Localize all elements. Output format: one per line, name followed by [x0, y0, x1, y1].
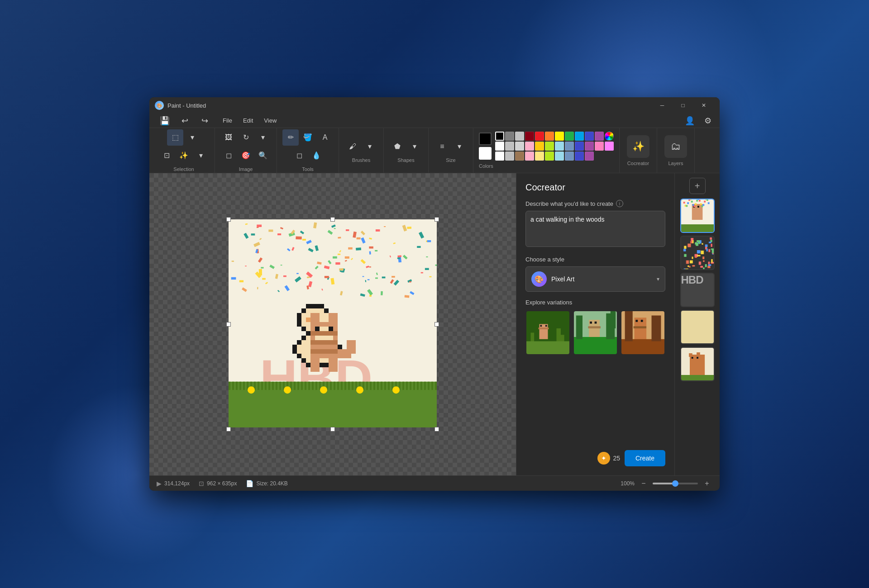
- account-button[interactable]: 👤: [682, 113, 698, 129]
- undo-button[interactable]: ↩: [177, 113, 193, 129]
- variation-1[interactable]: [525, 310, 570, 355]
- color-sky[interactable]: [555, 142, 564, 151]
- color-periwinkle[interactable]: [565, 152, 574, 161]
- image-rotate-button[interactable]: ↻: [238, 129, 254, 146]
- color-cornflower[interactable]: [565, 142, 574, 151]
- color-green[interactable]: [565, 132, 574, 141]
- variation-2[interactable]: [573, 310, 618, 355]
- handle-top-center[interactable]: [330, 217, 335, 222]
- layer-1[interactable]: [680, 199, 715, 233]
- describe-textarea[interactable]: a cat walking in the woods: [525, 211, 665, 247]
- layer-3[interactable]: HBD: [680, 273, 715, 307]
- app-window: 🎨 Paint - Untitled ─ □ ✕ 💾 ↩ ↪ File Edit…: [149, 97, 720, 491]
- color-orange[interactable]: [545, 132, 554, 141]
- color-mauve[interactable]: [585, 152, 594, 161]
- add-layer-button[interactable]: +: [689, 178, 706, 194]
- menu-edit[interactable]: Edit: [239, 115, 258, 126]
- color-violet[interactable]: [605, 142, 614, 151]
- handle-mid-left[interactable]: [226, 322, 231, 327]
- settings-button[interactable]: ⚙: [700, 113, 716, 129]
- handle-bot-left[interactable]: [226, 427, 231, 432]
- size-main-button[interactable]: ≡: [434, 138, 450, 155]
- shape-main-button[interactable]: ⬟: [389, 138, 406, 155]
- color-lavender[interactable]: [575, 142, 584, 151]
- color-ltgray[interactable]: [515, 142, 524, 151]
- color-black[interactable]: [495, 132, 504, 141]
- brushes-section: 🖌 ▾ Brushes: [339, 128, 384, 173]
- color-purple[interactable]: [595, 132, 604, 141]
- redo-button[interactable]: ↪: [196, 113, 213, 129]
- color-lime[interactable]: [545, 142, 554, 151]
- color-navy[interactable]: [575, 152, 584, 161]
- variation-3[interactable]: [621, 310, 665, 355]
- main-canvas[interactable]: [229, 219, 437, 427]
- selection-rect-button[interactable]: ⬚: [167, 129, 183, 146]
- shape-dropdown[interactable]: ▾: [406, 138, 423, 155]
- color-picker-button[interactable]: 💧: [308, 147, 325, 164]
- color-pink[interactable]: [595, 142, 604, 151]
- canvas-area[interactable]: [149, 173, 516, 475]
- color-blue[interactable]: [585, 132, 594, 141]
- handle-mid-right[interactable]: [434, 322, 439, 327]
- minimize-button[interactable]: ─: [652, 97, 673, 114]
- color-rainbow[interactable]: [605, 132, 614, 141]
- background-color[interactable]: [479, 147, 492, 160]
- color-peach[interactable]: [525, 152, 534, 161]
- handle-bot-center[interactable]: [330, 427, 335, 432]
- color-ltyellow[interactable]: [535, 152, 544, 161]
- brush-main-button[interactable]: 🖌: [344, 138, 361, 155]
- color-tan[interactable]: [515, 152, 524, 161]
- foreground-color[interactable]: [479, 133, 492, 145]
- color-w2[interactable]: [495, 152, 504, 161]
- handle-bot-right[interactable]: [434, 427, 439, 432]
- selection-dropdown[interactable]: ▾: [184, 129, 201, 146]
- menu-view[interactable]: View: [259, 115, 281, 126]
- image-zoom-button[interactable]: 🔍: [255, 147, 271, 164]
- menu-file[interactable]: File: [218, 115, 237, 126]
- save-button[interactable]: 💾: [157, 113, 173, 129]
- create-button[interactable]: Create: [625, 450, 665, 466]
- info-icon[interactable]: i: [616, 200, 623, 207]
- color-s2[interactable]: [505, 152, 514, 161]
- layer-2[interactable]: [680, 236, 715, 270]
- layer-thumb-2: [681, 237, 714, 269]
- image-eraser-button[interactable]: ◻: [220, 147, 237, 164]
- layer-5[interactable]: [680, 347, 715, 381]
- color-yellow[interactable]: [555, 132, 564, 141]
- color-gray1[interactable]: [505, 132, 514, 141]
- layers-toolbar-button[interactable]: 🗂: [664, 135, 687, 158]
- style-dropdown[interactable]: 🎨 Pixel Art ▾: [525, 266, 665, 292]
- zoom-out-button[interactable]: −: [638, 478, 649, 489]
- selection-magic-button[interactable]: ✨: [176, 147, 192, 164]
- brush-dropdown[interactable]: ▾: [362, 138, 378, 155]
- color-white[interactable]: [495, 142, 504, 151]
- image-select-color-button[interactable]: 🎯: [238, 147, 254, 164]
- size-dropdown[interactable]: ▾: [451, 138, 468, 155]
- text-button[interactable]: A: [317, 129, 333, 146]
- color-ltlime[interactable]: [545, 152, 554, 161]
- color-gray2[interactable]: [515, 132, 524, 141]
- color-ltblue[interactable]: [555, 152, 564, 161]
- maximize-button[interactable]: □: [673, 97, 693, 114]
- image-rotate-dropdown[interactable]: ▾: [255, 129, 271, 146]
- selection-crop-button[interactable]: ⊡: [158, 147, 175, 164]
- selection-dropdown2[interactable]: ▾: [193, 147, 209, 164]
- color-rose[interactable]: [525, 142, 534, 151]
- fill-button[interactable]: 🪣: [300, 129, 316, 146]
- eraser-tool-button[interactable]: ◻: [291, 147, 307, 164]
- handle-top-left[interactable]: [226, 217, 231, 222]
- pencil-button[interactable]: ✏: [282, 129, 299, 146]
- zoom-slider[interactable]: [653, 483, 698, 484]
- handle-top-right[interactable]: [434, 217, 439, 222]
- close-button[interactable]: ✕: [693, 97, 714, 114]
- color-teal[interactable]: [575, 132, 584, 141]
- cocreator-toolbar-button[interactable]: ✨: [627, 135, 649, 158]
- zoom-in-button[interactable]: +: [702, 478, 712, 489]
- color-plum[interactable]: [585, 142, 594, 151]
- layer-4[interactable]: [680, 310, 715, 344]
- color-red[interactable]: [535, 132, 544, 141]
- color-darkred[interactable]: [525, 132, 534, 141]
- image-resize-button[interactable]: 🖼: [220, 129, 237, 146]
- color-gold[interactable]: [535, 142, 544, 151]
- color-silver[interactable]: [505, 142, 514, 151]
